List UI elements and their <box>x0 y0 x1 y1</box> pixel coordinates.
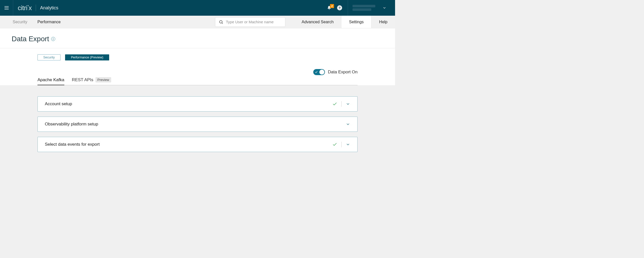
nav-tab-performance[interactable]: Performance <box>37 20 61 24</box>
info-icon[interactable]: i <box>51 37 55 41</box>
chevron-down-icon <box>346 122 350 126</box>
subtab-rest[interactable]: REST APIs Preview <box>72 77 111 85</box>
pill-tab-performance[interactable]: Performance (Preview) <box>65 54 109 60</box>
hamburger-menu[interactable] <box>0 0 13 16</box>
pill-tabs: Security Performance (Preview) <box>37 54 358 60</box>
check-icon <box>332 101 337 106</box>
user-name-placeholder <box>353 5 375 7</box>
subtab-kafka-label: Apache Kafka <box>37 77 64 82</box>
accordion-select-events[interactable]: Select data events for export <box>37 137 358 152</box>
data-export-toggle-label: Data Export On <box>328 70 358 75</box>
user-menu[interactable] <box>348 0 392 16</box>
brand-logo-dot: • <box>28 4 29 8</box>
pill-tab-security[interactable]: Security <box>37 54 61 60</box>
preview-badge: Preview <box>95 77 111 82</box>
subtab-rest-label: REST APIs <box>72 77 93 82</box>
check-icon <box>315 70 318 75</box>
chevron-down-icon <box>346 102 350 106</box>
search-icon <box>219 20 223 24</box>
link-settings[interactable]: Settings <box>341 16 372 28</box>
hamburger-icon <box>4 5 9 11</box>
sub-tabs: Apache Kafka REST APIs Preview <box>37 77 358 85</box>
user-text <box>353 5 375 11</box>
accordion-observability[interactable]: Observability platform setup <box>37 117 358 132</box>
link-help[interactable]: Help <box>372 16 395 28</box>
search-input[interactable] <box>226 20 282 24</box>
question-icon: ? <box>339 6 341 10</box>
accordion-title: Observability platform setup <box>45 122 346 127</box>
accordion-title: Account setup <box>45 101 332 106</box>
data-export-toggle[interactable] <box>313 69 325 75</box>
link-advanced-search[interactable]: Advanced Search <box>294 16 341 28</box>
brand-block: citri•x Analytics <box>13 4 63 12</box>
nav-tab-security[interactable]: Security <box>13 20 27 24</box>
brand-logo[interactable]: citri•x <box>18 4 32 12</box>
user-org-placeholder <box>353 8 371 11</box>
accordion-account-setup[interactable]: Account setup <box>37 96 358 112</box>
accordion-title: Select data events for export <box>45 142 332 147</box>
subtab-kafka[interactable]: Apache Kafka <box>37 77 64 85</box>
divider <box>341 101 342 107</box>
svg-point-3 <box>220 20 222 23</box>
check-icon <box>332 142 337 147</box>
brand-logo-x: x <box>29 4 32 12</box>
notifications-button[interactable]: 2 <box>327 6 331 10</box>
svg-line-4 <box>222 23 223 24</box>
chevron-down-icon <box>346 142 350 147</box>
brand-logo-text: citri <box>18 4 27 12</box>
search-wrap[interactable] <box>215 17 285 27</box>
help-button[interactable]: ? <box>337 5 342 10</box>
page-title: Data Export <box>12 35 49 43</box>
brand-divider <box>36 5 36 11</box>
chevron-down-icon <box>382 6 386 10</box>
divider <box>341 142 342 147</box>
brand-product[interactable]: Analytics <box>40 5 58 11</box>
notification-badge: 2 <box>330 4 334 8</box>
